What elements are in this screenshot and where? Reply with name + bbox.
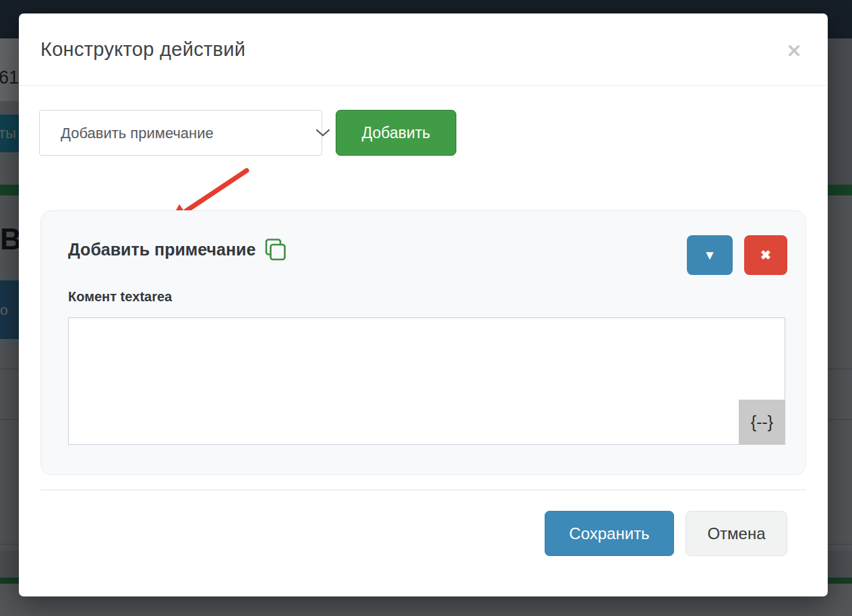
copy-icon [264,238,286,261]
comment-field-label: Комент textarea [68,289,172,305]
dialog-header: Конструктор действий ✕ [19,13,828,86]
comment-field-wrap: {--} [68,317,785,445]
footer-divider [40,489,806,491]
action-type-select[interactable]: Добавить примечание [39,110,322,156]
collapse-action-button[interactable]: ▼ [687,235,733,275]
remove-action-button[interactable]: ✖ [744,235,787,275]
action-constructor-dialog: Конструктор действий ✕ Добавить примечан… [19,13,828,596]
cross-icon: ✖ [760,248,771,262]
copy-action-button[interactable] [264,238,286,261]
save-button[interactable]: Сохранить [545,511,674,556]
action-card-title: Добавить примечание [68,240,255,259]
insert-placeholder-button[interactable]: {--} [739,400,785,445]
dialog-title: Конструктор действий [40,38,245,61]
close-icon[interactable]: ✕ [782,39,806,63]
comment-textarea[interactable] [68,317,785,445]
action-card: Добавить примечание ▼ ✖ Комент textarea … [40,210,806,475]
cancel-button[interactable]: Отмена [686,511,787,556]
triangle-down-icon: ▼ [704,248,717,262]
add-action-button[interactable]: Добавить [336,110,456,156]
action-card-header: Добавить примечание [68,238,286,261]
